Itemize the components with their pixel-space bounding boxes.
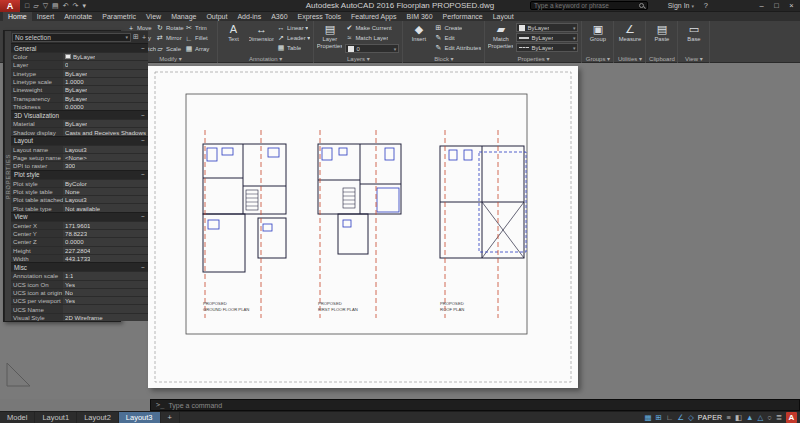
select-objects-icon[interactable]: + bbox=[141, 34, 147, 41]
tab-featured-apps[interactable]: Featured Apps bbox=[346, 12, 402, 21]
fillet-button[interactable]: ∟Fillet bbox=[185, 33, 214, 43]
tab-view[interactable]: View bbox=[141, 12, 166, 21]
new-file-icon[interactable]: □ bbox=[23, 0, 31, 12]
object-snap-icon[interactable]: ◇ bbox=[688, 412, 694, 423]
panel-label-groups[interactable]: Groups ▾ bbox=[582, 55, 613, 62]
annotation-visibility-icon[interactable]: △ bbox=[757, 412, 763, 423]
trim-button[interactable]: ✂Trim bbox=[185, 23, 214, 33]
grid-icon[interactable]: ▦ bbox=[645, 412, 652, 423]
base-button[interactable]: ▭Base bbox=[681, 23, 706, 54]
measure-button[interactable]: ∠Measure bbox=[617, 23, 642, 54]
maximize-button[interactable]: □ bbox=[769, 0, 784, 11]
layer-dropdown[interactable]: 0▾ bbox=[345, 44, 399, 53]
selection-dropdown[interactable]: No selection ▾ bbox=[12, 33, 131, 42]
mirror-button[interactable]: ⇄Mirror bbox=[156, 33, 185, 43]
panel-label-properties[interactable]: Properties ▾ bbox=[485, 55, 581, 62]
layout-tab-model[interactable]: Model bbox=[0, 412, 35, 423]
search-icon[interactable] bbox=[639, 3, 644, 8]
text-button[interactable]: AText bbox=[221, 23, 246, 54]
tab-output[interactable]: Output bbox=[201, 12, 232, 21]
layout-tab-blank[interactable]: + bbox=[161, 412, 180, 423]
property-row-lineweight[interactable]: LineweightByLayer bbox=[11, 85, 148, 93]
palette-section-3d-visualization[interactable]: 3D Visualization− bbox=[11, 110, 148, 119]
tab-a360[interactable]: A360 bbox=[266, 12, 292, 21]
match-layer-button[interactable]: ≈Match Layer bbox=[345, 33, 399, 42]
panel-label-annotation[interactable]: Annotation ▾ bbox=[218, 55, 313, 62]
property-row-layer[interactable]: Layer0 bbox=[11, 60, 148, 68]
property-row-page-setup-name[interactable]: Page setup name<None> bbox=[11, 153, 148, 161]
help-button[interactable]: ? bbox=[704, 1, 708, 10]
undo-icon[interactable]: ↶ bbox=[61, 0, 71, 12]
panel-label-clipboard[interactable]: Clipboard bbox=[646, 56, 677, 62]
linetype-dropdown[interactable]: ByLayer▾ bbox=[516, 43, 578, 52]
panel-label-block[interactable]: Block ▾ bbox=[403, 55, 484, 62]
redo-icon[interactable]: ↷ bbox=[71, 0, 81, 12]
property-row-ucs-name[interactable]: UCS Name bbox=[11, 304, 148, 312]
snap-icon[interactable]: ⊞ bbox=[656, 412, 662, 423]
property-row-plot-style-table[interactable]: Plot style tableNone bbox=[11, 187, 148, 195]
property-row-ucs-icon-on[interactable]: UCS icon OnYes bbox=[11, 280, 148, 288]
property-row-dpi-to-raster[interactable]: DPI to raster300 bbox=[11, 161, 148, 169]
layer-properties-button[interactable]: ▤Layer Properties bbox=[317, 23, 342, 54]
leader-button[interactable]: ↗Leader ▾ bbox=[277, 33, 310, 42]
tab-parametric[interactable]: Parametric bbox=[97, 12, 141, 21]
layout-tab-layout1[interactable]: Layout1 bbox=[35, 412, 77, 423]
palette-section-layout[interactable]: Layout− bbox=[11, 136, 148, 145]
tab-add-ins[interactable]: Add-ins bbox=[232, 12, 266, 21]
property-row-linetype-scale[interactable]: Linetype scale1.0000 bbox=[11, 77, 148, 85]
isolate-objects-icon[interactable]: ○ bbox=[767, 412, 772, 423]
floor-plan-first[interactable] bbox=[318, 144, 401, 254]
layout-tab-layout3[interactable]: Layout3 bbox=[119, 412, 161, 423]
palette-section-view[interactable]: View− bbox=[11, 212, 148, 221]
floor-plan-ground[interactable] bbox=[203, 144, 286, 272]
property-row-linetype[interactable]: LinetypeByLayer bbox=[11, 69, 148, 77]
close-button[interactable]: × bbox=[784, 0, 799, 11]
property-row-ucs-per-viewport[interactable]: UCS per viewportYes bbox=[11, 296, 148, 304]
dimension-button[interactable]: ↔Dimension bbox=[249, 23, 274, 54]
print-icon[interactable]: ▤ bbox=[50, 0, 61, 12]
match-properties-button[interactable]: ▰Match Properties bbox=[488, 23, 513, 54]
property-row-visual-style[interactable]: Visual Style2D Wireframe bbox=[11, 313, 148, 321]
edit-block-button[interactable]: ✎Edit bbox=[434, 33, 481, 42]
tab-manage[interactable]: Manage bbox=[166, 12, 201, 21]
lineweight-icon[interactable]: ≡ bbox=[726, 412, 730, 423]
property-row-annotation-scale[interactable]: Annotation scale1:1 bbox=[11, 271, 148, 279]
property-row-center-y[interactable]: Center Y78.8223 bbox=[11, 229, 148, 237]
ortho-icon[interactable]: ∟ bbox=[666, 412, 673, 423]
property-row-plot-style[interactable]: Plot styleByColor bbox=[11, 179, 148, 187]
signin-button[interactable]: Sign In ▾ bbox=[668, 2, 694, 9]
property-row-layout-name[interactable]: Layout nameLayout3 bbox=[11, 145, 148, 153]
layout-tab-layout2[interactable]: Layout2 bbox=[77, 412, 119, 423]
property-row-plot-table-type[interactable]: Plot table typeNot available bbox=[11, 203, 148, 211]
object-color-dropdown[interactable]: ByLayer▾ bbox=[516, 23, 578, 32]
autodesk-badge[interactable]: A bbox=[786, 412, 797, 423]
toggle-pickadd-icon[interactable]: ⊞ bbox=[132, 33, 140, 41]
property-row-material[interactable]: MaterialByLayer bbox=[11, 119, 148, 127]
transparency-icon[interactable]: ◧ bbox=[735, 412, 742, 423]
paste-button[interactable]: ▤Paste bbox=[649, 23, 674, 54]
paper-sheet[interactable]: PROPOSED GROUND FLOOR PLAN PROPOSED FIRS… bbox=[148, 66, 578, 388]
property-row-center-x[interactable]: Center X171.9601 bbox=[11, 221, 148, 229]
property-row-plot-table-attached-to[interactable]: Plot table attached toLayout3 bbox=[11, 195, 148, 203]
palette-section-plot-style[interactable]: Plot style− bbox=[11, 170, 148, 179]
property-row-width[interactable]: Width443.1733 bbox=[11, 254, 148, 262]
make-current-button[interactable]: ✔Make Current bbox=[345, 23, 399, 32]
tab-annotate[interactable]: Annotate bbox=[59, 12, 97, 21]
customization-icon[interactable]: ≣ bbox=[776, 412, 782, 423]
tab-bim-360[interactable]: BIM 360 bbox=[402, 12, 438, 21]
autocad-logo-icon[interactable]: A bbox=[0, 0, 20, 12]
tab-layout[interactable]: Layout bbox=[488, 12, 519, 21]
property-row-shadow-display[interactable]: Shadow displayCasts and Receives Shadows bbox=[11, 127, 148, 135]
rotate-button[interactable]: ↻Rotate bbox=[156, 23, 185, 33]
roof-plan[interactable] bbox=[440, 146, 526, 258]
table-button[interactable]: ▦Table bbox=[277, 43, 310, 52]
save-file-icon[interactable]: ▽ bbox=[41, 0, 50, 12]
property-row-ucs-icon-at-origin[interactable]: UCS icon at originNo bbox=[11, 288, 148, 296]
qat-dropdown-icon[interactable]: ▾ bbox=[80, 0, 88, 12]
palette-section-general[interactable]: General− bbox=[11, 43, 148, 52]
tab-performance[interactable]: Performance bbox=[438, 12, 488, 21]
search-box[interactable]: Type a keyword or phrase bbox=[530, 1, 648, 10]
insert-button[interactable]: ◆Insert bbox=[406, 23, 431, 54]
palette-section-misc[interactable]: Misc− bbox=[11, 262, 148, 271]
property-row-height[interactable]: Height227.2804 bbox=[11, 246, 148, 254]
